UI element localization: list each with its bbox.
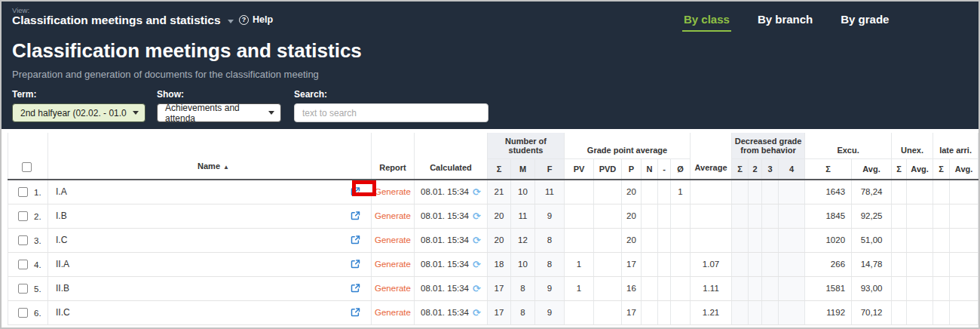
stat-cell [658, 300, 671, 324]
generate-report-link[interactable]: Generate [375, 284, 411, 293]
refresh-icon[interactable]: ⟳ [473, 307, 481, 318]
stat-cell [892, 252, 907, 276]
refresh-icon[interactable]: ⟳ [473, 186, 481, 198]
stat-cell [565, 228, 594, 252]
row-checkbox[interactable] [18, 308, 28, 318]
table-row: 3.I.CGenerate08.01. 15:34⟳2012820102051,… [8, 228, 978, 252]
stat-cell [594, 204, 622, 228]
stat-cell: 10 [511, 180, 535, 204]
show-select-value: Achievements and attenda [165, 103, 268, 124]
stat-cell: 92,25 [852, 204, 892, 228]
generate-report-link[interactable]: Generate [375, 260, 411, 269]
stat-cell [594, 228, 622, 252]
stat-cell [907, 204, 933, 228]
chevron-down-icon [228, 20, 234, 23]
tab-by-branch[interactable]: By branch [756, 13, 814, 32]
chevron-down-icon [268, 111, 274, 115]
search-input[interactable] [294, 103, 488, 122]
select-all-checkbox[interactable] [22, 162, 32, 172]
row-checkbox[interactable] [18, 187, 28, 197]
subheader-students-f: F [535, 158, 565, 180]
stat-cell: 17 [622, 252, 642, 276]
generate-report-link[interactable]: Generate [375, 211, 411, 220]
stat-cell [779, 228, 805, 252]
stat-cell [933, 204, 950, 228]
external-link-icon[interactable] [351, 308, 360, 318]
page-subtitle: Preparation and generation of documents … [12, 69, 319, 80]
stat-cell [950, 300, 978, 324]
generate-report-link[interactable]: Generate [375, 308, 411, 317]
table-row: 6.II.CGenerate08.01. 15:34⟳1789171.21119… [8, 300, 978, 324]
class-name: I.B [56, 211, 67, 221]
subheader-behavior-2: 2 [749, 158, 762, 180]
refresh-icon[interactable]: ⟳ [473, 235, 481, 246]
stat-cell: 1020 [805, 228, 852, 252]
subheader-unexcused-avg: Avg. [907, 158, 933, 180]
calculated-timestamp: 08.01. 15:34 [421, 260, 469, 269]
row-checkbox[interactable] [18, 284, 28, 294]
row-number: 3. [34, 236, 41, 245]
stat-cell: 20 [622, 204, 642, 228]
tab-by-class[interactable]: By class [682, 13, 731, 32]
stat-cell [658, 228, 671, 252]
row-number: 6. [34, 309, 41, 318]
subheader-avg-mark: Ø [671, 158, 691, 180]
help-button[interactable]: ? Help [239, 14, 273, 25]
table-row: 5.II.BGenerate08.01. 15:34⟳17891161.1115… [8, 276, 978, 300]
view-dropdown[interactable]: Classification meetings and statistics [12, 14, 234, 27]
row-number: 5. [34, 284, 41, 294]
row-select-cell: 3. [8, 228, 48, 252]
stat-cell [565, 180, 594, 204]
stat-cell [907, 228, 933, 252]
stat-cell [950, 180, 978, 204]
external-link-icon[interactable] [351, 284, 360, 294]
stat-cell [892, 228, 907, 252]
term-select[interactable]: 2nd halfyear (02.02. - 01.0 [12, 103, 145, 122]
stat-cell [658, 204, 671, 228]
tab-by-grade[interactable]: By grade [839, 13, 890, 32]
refresh-icon[interactable]: ⟳ [473, 211, 481, 222]
refresh-icon[interactable]: ⟳ [473, 283, 481, 294]
external-link-icon[interactable] [351, 235, 360, 245]
group-header-unexcused: Unex. [892, 133, 933, 158]
stat-cell: 8 [535, 228, 565, 252]
row-number: 2. [34, 212, 41, 221]
stat-cell [749, 228, 762, 252]
calculated-timestamp: 08.01. 15:34 [421, 284, 469, 293]
stat-cell: 1.21 [691, 300, 732, 324]
generate-report-link[interactable]: Generate [375, 187, 411, 196]
external-link-icon[interactable] [351, 211, 360, 221]
page-title: Classification meetings and statistics [12, 39, 362, 63]
stat-cell: 70,12 [852, 300, 892, 324]
external-link-icon[interactable] [351, 260, 360, 269]
stat-cell: 1 [565, 276, 594, 300]
stat-cell [658, 252, 671, 276]
stat-cell [907, 300, 933, 324]
report-cell: Generate [372, 228, 415, 252]
stat-cell [594, 300, 622, 324]
stat-cell [732, 204, 749, 228]
search-label: Search: [294, 89, 488, 100]
generate-report-link[interactable]: Generate [375, 235, 411, 244]
stat-cell [907, 276, 933, 300]
stat-cell: 17 [488, 276, 511, 300]
stat-cell [749, 300, 762, 324]
stat-cell: 9 [535, 276, 565, 300]
column-header-name[interactable]: Name▲ [48, 133, 372, 180]
show-select[interactable]: Achievements and attenda [157, 103, 281, 122]
stat-cell [892, 204, 907, 228]
external-link-icon[interactable] [351, 187, 360, 197]
stat-cell [907, 180, 933, 204]
stat-cell: 1.07 [691, 252, 732, 276]
stat-cell [642, 300, 658, 324]
group-header-excused: Excu. [805, 133, 892, 158]
row-checkbox[interactable] [18, 211, 28, 221]
stat-cell: 17 [488, 300, 511, 324]
row-number: 4. [34, 260, 41, 269]
stat-cell [779, 252, 805, 276]
row-checkbox[interactable] [18, 235, 28, 245]
stat-cell: 12 [511, 228, 535, 252]
refresh-icon[interactable]: ⟳ [473, 259, 481, 270]
stat-cell [565, 204, 594, 228]
row-checkbox[interactable] [18, 260, 28, 269]
